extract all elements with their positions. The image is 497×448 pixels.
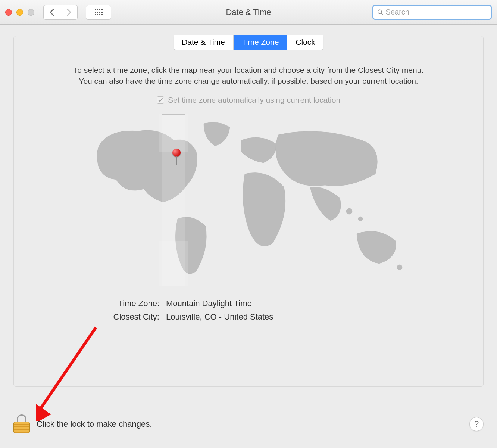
tab-segmented-control: Date & Time Time Zone Clock — [174, 35, 323, 50]
timezone-label: Time Zone: — [14, 299, 159, 308]
svg-point-0 — [378, 10, 382, 13]
checkmark-icon — [158, 97, 163, 103]
world-map-svg — [81, 114, 416, 286]
content-area: Date & Time Time Zone Clock To select a … — [0, 25, 497, 387]
minimize-window-button[interactable] — [16, 9, 23, 16]
instructions-line-1: To select a time zone, click the map nea… — [74, 66, 423, 74]
tab-clock[interactable]: Clock — [287, 35, 323, 50]
help-icon: ? — [474, 419, 479, 429]
closest-city-value: Louisville, CO - United States — [166, 312, 483, 322]
auto-timezone-checkbox[interactable] — [157, 96, 164, 104]
search-input[interactable] — [386, 8, 487, 16]
zoom-window-button[interactable] — [28, 9, 34, 16]
nav-group — [43, 5, 78, 20]
search-field-container[interactable] — [372, 5, 492, 20]
annotation-arrow-icon — [36, 324, 111, 421]
close-window-button[interactable] — [5, 9, 12, 16]
tab-time-zone[interactable]: Time Zone — [234, 35, 288, 50]
svg-line-6 — [40, 327, 96, 410]
forward-button[interactable] — [60, 5, 78, 20]
timezone-highlight — [162, 114, 185, 286]
world-map[interactable] — [81, 114, 416, 286]
svg-line-1 — [381, 13, 383, 15]
closest-city-label: Closest City: — [14, 312, 159, 322]
show-all-button[interactable] — [86, 5, 111, 20]
lock-message: Click the lock to make changes. — [37, 419, 152, 429]
chevron-left-icon — [50, 9, 54, 16]
chevron-right-icon — [67, 9, 71, 16]
back-button[interactable] — [43, 5, 60, 20]
footer-bar: Click the lock to make changes. ? — [13, 413, 484, 435]
search-icon — [377, 9, 384, 16]
window-title: Date & Time — [226, 7, 271, 17]
timezone-value: Mountain Daylight Time — [166, 299, 483, 308]
svg-point-4 — [358, 217, 363, 221]
tab-date-time[interactable]: Date & Time — [174, 35, 234, 50]
grid-icon — [95, 9, 103, 15]
lock-button[interactable] — [13, 415, 30, 433]
instructions-line-2: You can also have the time zone change a… — [79, 77, 418, 85]
location-pin-icon[interactable] — [172, 149, 181, 164]
auto-timezone-label: Set time zone automatically using curren… — [168, 96, 340, 105]
auto-timezone-row: Set time zone automatically using curren… — [14, 96, 483, 105]
help-button[interactable]: ? — [469, 417, 484, 431]
timezone-details: Time Zone: Mountain Daylight Time Closes… — [14, 299, 483, 322]
preferences-panel: Date & Time Time Zone Clock To select a … — [13, 36, 484, 387]
svg-point-5 — [397, 265, 402, 270]
svg-point-3 — [346, 208, 352, 214]
traffic-lights — [5, 9, 34, 16]
instructions-text: To select a time zone, click the map nea… — [14, 65, 483, 87]
window-titlebar: Date & Time — [0, 0, 497, 25]
